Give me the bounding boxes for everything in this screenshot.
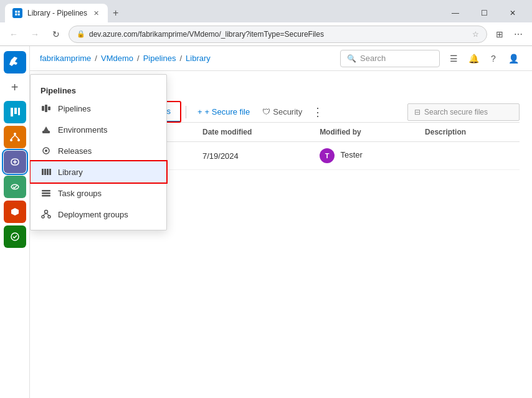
sidebar-artifacts[interactable]: [4, 201, 26, 223]
svg-point-7: [14, 133, 16, 135]
svg-rect-15: [45, 105, 47, 112]
main-content: fabrikamprime / VMdemo / Pipelines / Lib…: [30, 46, 532, 398]
extensions-button[interactable]: ⊞: [491, 26, 508, 43]
svg-rect-14: [42, 106, 44, 111]
svg-rect-22: [47, 169, 49, 175]
global-search[interactable]: 🔍 Search: [340, 50, 440, 67]
svg-rect-5: [14, 108, 17, 114]
column-date-modified: Date modified: [195, 123, 312, 142]
svg-rect-21: [44, 169, 46, 175]
tab-bar: Library - Pipelines ✕ + — ☐ ✕: [0, 0, 532, 22]
svg-point-9: [17, 139, 20, 141]
sidebar-icons: +: [0, 46, 30, 398]
file-description: [417, 142, 520, 170]
new-tab-button[interactable]: +: [110, 7, 121, 19]
svg-line-30: [43, 214, 46, 216]
tab-favicon: [12, 8, 22, 18]
sidebar-extra[interactable]: [4, 225, 26, 248]
filter-icon: ⊟: [414, 108, 420, 116]
column-description: Description: [417, 123, 520, 142]
svg-rect-17: [42, 131, 50, 133]
svg-rect-16: [48, 107, 50, 110]
sidebar-repos[interactable]: [4, 126, 26, 148]
releases-nav-icon: [40, 145, 52, 156]
dropdown-item-label: Task groups: [58, 189, 102, 198]
star-icon[interactable]: ☆: [472, 30, 479, 39]
dropdown-item-label: Pipelines: [58, 104, 91, 113]
breadcrumb-org[interactable]: fabrikamprime: [40, 54, 91, 63]
svg-point-28: [42, 216, 44, 218]
svg-line-11: [15, 135, 19, 139]
svg-rect-3: [18, 14, 20, 16]
address-actions: ⊞ ⋯: [491, 26, 527, 43]
pipelines-dropdown: Pipelines Pipelines Environments: [30, 74, 167, 230]
tab-close-button[interactable]: ✕: [92, 8, 100, 19]
search-files-placeholder: Search secure files: [424, 108, 488, 116]
sidebar-add-button[interactable]: +: [4, 76, 26, 98]
svg-marker-12: [11, 208, 19, 216]
top-actions: ☰ 🔔 ? 👤: [445, 50, 522, 67]
search-secure-files[interactable]: ⊟ Search secure files: [407, 103, 520, 121]
svg-line-10: [11, 135, 15, 139]
file-modified-by: T Tester: [312, 142, 417, 170]
dropdown-item-deployment-groups[interactable]: Deployment groups: [31, 204, 166, 225]
dropdown-item-label: Releases: [58, 146, 92, 156]
app-container: + fabrikampr: [0, 46, 532, 398]
more-options-button[interactable]: ⋮: [308, 103, 327, 121]
environments-nav-icon: [40, 124, 52, 135]
modifier-name: Tester: [341, 150, 363, 159]
svg-line-31: [46, 214, 49, 216]
minimize-button[interactable]: —: [441, 4, 470, 22]
notifications-button[interactable]: 🔔: [465, 50, 482, 67]
sidebar-pipelines[interactable]: [4, 151, 26, 173]
top-navigation: fabrikamprime / VMdemo / Pipelines / Lib…: [30, 46, 532, 71]
url-text: dev.azure.com/fabrikamprime/VMdemo/_libr…: [89, 30, 324, 39]
dropdown-item-library[interactable]: Library: [31, 161, 166, 182]
breadcrumb-pipelines[interactable]: Pipelines: [143, 54, 176, 63]
add-secure-file-button[interactable]: + + Secure file: [191, 105, 256, 119]
svg-rect-4: [11, 108, 13, 116]
help-button[interactable]: ?: [485, 50, 502, 67]
pipelines-nav-icon: [40, 103, 52, 114]
sidebar-azure-devops[interactable]: [4, 51, 26, 73]
dropdown-item-label: Deployment groups: [58, 210, 128, 219]
browser-tab[interactable]: Library - Pipelines ✕: [5, 4, 108, 22]
svg-rect-26: [42, 195, 50, 197]
svg-point-8: [10, 139, 12, 141]
address-bar: ← → ↻ 🔒 dev.azure.com/fabrikamprime/VMde…: [0, 22, 532, 46]
breadcrumb-library[interactable]: Library: [186, 54, 211, 63]
tab-title: Library - Pipelines: [27, 9, 87, 17]
security-button[interactable]: 🛡 Security: [256, 105, 308, 119]
forward-button[interactable]: →: [26, 26, 44, 43]
dropdown-item-task-groups[interactable]: Task groups: [31, 182, 166, 204]
close-button[interactable]: ✕: [498, 4, 527, 22]
dropdown-item-environments[interactable]: Environments: [31, 119, 166, 140]
search-placeholder: Search: [360, 54, 386, 63]
avatar: T: [320, 148, 335, 163]
column-modified-by: Modified by: [312, 123, 417, 142]
dropdown-item-pipelines[interactable]: Pipelines: [31, 98, 166, 119]
command-palette-button[interactable]: ☰: [445, 50, 462, 67]
sidebar-test-plans[interactable]: [4, 176, 26, 198]
svg-rect-25: [42, 192, 50, 194]
add-icon: +: [197, 107, 202, 116]
shield-icon: 🛡: [262, 107, 270, 116]
library-nav-icon: [40, 166, 52, 178]
breadcrumb-project[interactable]: VMdemo: [101, 54, 133, 63]
window-controls: — ☐ ✕: [441, 4, 527, 22]
svg-rect-6: [18, 108, 20, 115]
back-button[interactable]: ←: [5, 26, 22, 43]
file-date: 7/19/2024: [195, 142, 312, 170]
user-settings-button[interactable]: 👤: [505, 50, 522, 67]
sidebar-boards[interactable]: [4, 101, 26, 123]
dropdown-item-releases[interactable]: Releases: [31, 140, 166, 161]
task-groups-nav-icon: [40, 187, 52, 199]
settings-button[interactable]: ⋯: [510, 26, 527, 43]
breadcrumb: fabrikamprime / VMdemo / Pipelines / Lib…: [40, 54, 211, 63]
url-bar[interactable]: 🔒 dev.azure.com/fabrikamprime/VMdemo/_li…: [69, 26, 487, 43]
refresh-button[interactable]: ↻: [47, 26, 65, 43]
dropdown-item-label: Environments: [58, 125, 107, 135]
maximize-button[interactable]: ☐: [470, 4, 498, 22]
dropdown-section-header: Pipelines: [31, 80, 166, 98]
svg-rect-23: [49, 169, 51, 175]
